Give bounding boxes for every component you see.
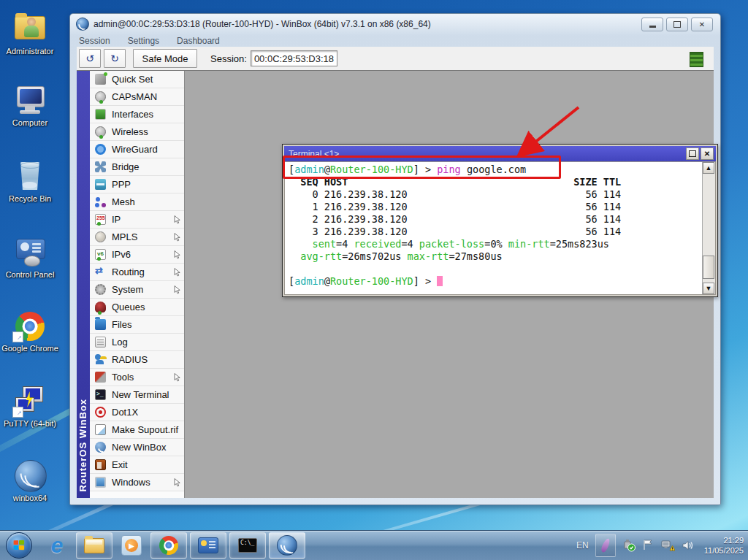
sidebar-item-new-winbox[interactable]: New WinBox	[90, 439, 184, 456]
sidebar-item-interfaces[interactable]: Interfaces	[90, 106, 184, 123]
taskbar-command-prompt[interactable]: C:\_	[229, 532, 266, 559]
windows-icon	[95, 477, 106, 488]
usb-device-tray-icon[interactable]	[622, 539, 636, 552]
sidebar-item-mesh[interactable]: Mesh	[90, 193, 184, 211]
language-indicator[interactable]: EN	[576, 540, 589, 551]
files-icon	[95, 319, 106, 330]
sidebar-item-ip[interactable]: IP	[90, 211, 184, 229]
desktop-icon-control-panel[interactable]: Control Panel	[1, 237, 58, 280]
sidebar-item-mpls[interactable]: MPLS	[90, 229, 184, 246]
taskbar-media-player[interactable]: ▶	[114, 533, 149, 558]
connection-indicator	[690, 52, 703, 67]
session-value-field[interactable]: 00:0C:29:53:D3:18	[251, 50, 337, 66]
action-center-flag-icon[interactable]	[642, 539, 654, 552]
scroll-down-arrow[interactable]: ▼	[703, 283, 714, 294]
log-icon	[95, 337, 106, 348]
ping-result-row: 1 216.239.38.120 56 114	[289, 201, 701, 213]
desktop-icon-administrator[interactable]: Administrator	[1, 13, 58, 56]
submenu-arrow-icon	[174, 285, 181, 294]
network-status-icon[interactable]	[660, 539, 675, 552]
submenu-arrow-icon	[174, 215, 181, 224]
menubar: Session Settings Dashboard	[70, 34, 720, 47]
ping-stats-line-1: sent=4 received=4 packet-loss=0% min-rtt…	[289, 238, 701, 250]
taskbar-explorer[interactable]	[76, 532, 112, 559]
control-panel-icon	[12, 237, 47, 269]
mpls-icon	[95, 231, 106, 242]
taskbar-internet-explorer[interactable]: e	[39, 533, 75, 558]
taskbar-clock[interactable]: 21:29 11/05/2025	[704, 535, 744, 556]
taskbar: e ▶ C:\_ EN	[0, 530, 748, 560]
sidebar-item-system[interactable]: System	[90, 281, 184, 299]
close-button[interactable]: ✕	[691, 18, 713, 31]
sidebar-item-log[interactable]: Log	[90, 334, 184, 351]
window-titlebar[interactable]: admin@00:0C:29:53:D3:18 (Router-100-HYD)…	[70, 14, 720, 34]
terminal-maximize-button[interactable]	[686, 147, 699, 160]
sidebar-item-quick-set[interactable]: Quick Set	[90, 71, 184, 88]
sidebar-item-wireguard[interactable]: WireGuard	[90, 141, 184, 158]
redo-button[interactable]: ↻	[104, 49, 126, 68]
scrollbar-thumb[interactable]	[703, 256, 714, 279]
winbox-sphere-icon	[277, 535, 297, 556]
submenu-arrow-icon	[174, 250, 181, 259]
bridge-icon	[95, 161, 106, 172]
desktop-icon-label: Google Chrome	[1, 344, 58, 353]
internet-explorer-icon: e	[51, 533, 64, 558]
submenu-arrow-icon	[174, 373, 181, 382]
sidebar-item-wireless[interactable]: Wireless	[90, 123, 184, 141]
desktop-icon-recycle-bin[interactable]: Recycle Bin	[1, 161, 58, 204]
sidebar-item-tools[interactable]: Tools	[90, 369, 184, 386]
safe-mode-button[interactable]: Safe Mode	[133, 49, 197, 68]
new-terminal-icon	[95, 389, 106, 400]
sidebar-item-windows[interactable]: Windows	[90, 474, 184, 491]
sidebar-item-new-terminal[interactable]: New Terminal	[90, 386, 184, 404]
shortcut-arrow-icon: →	[12, 331, 23, 342]
sidebar-item-dot1x[interactable]: Dot1X	[90, 404, 184, 421]
winbox-window: admin@00:0C:29:53:D3:18 (Router-100-HYD)…	[69, 13, 721, 505]
undo-button[interactable]: ↺	[79, 49, 101, 68]
taskbar-winbox[interactable]	[269, 532, 305, 559]
shortcut-arrow-icon: →	[12, 407, 23, 418]
desktop-icon-putty[interactable]: → PuTTY (64-bit)	[1, 386, 58, 429]
ip-icon	[95, 214, 106, 225]
tray-time: 21:29	[704, 535, 744, 545]
quick-set-icon	[95, 74, 106, 85]
sidebar-item-routing[interactable]: Routing	[90, 264, 184, 281]
volume-speaker-icon[interactable]	[682, 539, 695, 552]
sidebar-item-exit[interactable]: Exit	[90, 456, 184, 474]
desktop-icon-winbox64[interactable]: winbox64	[1, 460, 58, 503]
terminal-scrollbar[interactable]: ▲ ▼	[702, 162, 715, 294]
sidebar-item-queues[interactable]: Queues	[90, 299, 184, 316]
menu-dashboard[interactable]: Dashboard	[177, 36, 220, 46]
putty-icon: →	[12, 386, 47, 418]
submenu-arrow-icon	[174, 268, 181, 277]
queues-icon	[95, 302, 106, 312]
taskbar-control-panel[interactable]	[190, 532, 226, 559]
command-prompt-icon: C:\_	[238, 538, 257, 553]
sidebar-item-bridge[interactable]: Bridge	[90, 158, 184, 176]
start-button[interactable]	[6, 532, 32, 559]
menu-session[interactable]: Session	[79, 36, 110, 46]
scroll-up-arrow[interactable]: ▲	[703, 162, 714, 174]
terminal-close-button[interactable]: ✕	[701, 147, 714, 160]
taskbar-chrome[interactable]	[150, 532, 187, 559]
sidebar-item-make-supout[interactable]: Make Supout.rif	[90, 421, 184, 439]
sidebar-item-ipv6[interactable]: IPv6	[90, 246, 184, 264]
sidebar-item-capsman[interactable]: CAPsMAN	[90, 88, 184, 106]
minimize-button[interactable]	[641, 18, 663, 31]
toolbar: ↺ ↻ Safe Mode Session: 00:0C:29:53:D3:18	[77, 47, 714, 71]
maximize-button[interactable]	[666, 18, 688, 31]
sidebar-menu: Quick Set CAPsMAN Interfaces Wireless Wi…	[90, 71, 185, 498]
desktop-icon-computer[interactable]: Computer	[1, 85, 58, 128]
desktop-icon-google-chrome[interactable]: → Google Chrome	[1, 310, 58, 353]
vmware-tools-tray-button[interactable]	[595, 534, 616, 557]
menu-settings[interactable]: Settings	[128, 36, 159, 46]
system-icon	[95, 284, 106, 295]
sidebar-item-files[interactable]: Files	[90, 316, 184, 334]
system-tray: EN	[576, 531, 744, 560]
sidebar-item-ppp[interactable]: PPP	[90, 176, 184, 193]
brand-strip: RouterOS WinBox	[77, 71, 90, 498]
terminal-body[interactable]: [admin@Router-100-HYD] > ping google.com…	[284, 161, 716, 295]
sidebar-item-radius[interactable]: RADIUS	[90, 351, 184, 369]
control-panel-icon	[198, 537, 218, 553]
wireless-icon	[95, 126, 106, 137]
